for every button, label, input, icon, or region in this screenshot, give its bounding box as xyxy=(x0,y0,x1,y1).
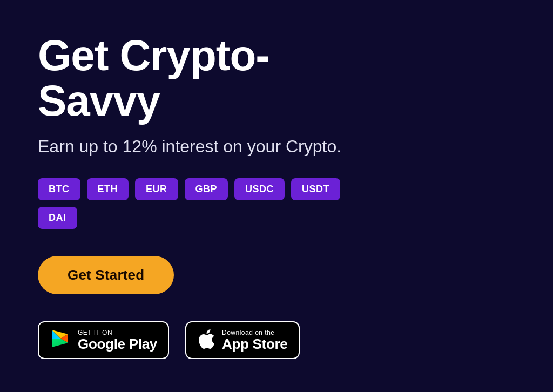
google-play-button[interactable]: GET IT ON Google Play xyxy=(38,321,169,360)
tag-eur[interactable]: EUR xyxy=(135,178,178,200)
app-store-button[interactable]: Download on the App Store xyxy=(185,321,300,360)
tag-btc[interactable]: BTC xyxy=(38,178,80,200)
tag-gbp[interactable]: GBP xyxy=(185,178,228,200)
app-store-small-text: Download on the xyxy=(222,329,288,336)
tag-dai[interactable]: DAI xyxy=(38,207,77,229)
tags-row: BTC ETH EUR GBP USDC USDT DAI xyxy=(38,178,367,229)
google-play-small-text: GET IT ON xyxy=(78,329,157,336)
tag-usdc[interactable]: USDC xyxy=(234,178,285,200)
app-store-text: Download on the App Store xyxy=(222,329,288,352)
google-play-text: GET IT ON Google Play xyxy=(78,329,157,352)
apple-icon xyxy=(197,329,214,352)
main-container: Get Crypto-Savvy Earn up to 12% interest… xyxy=(0,1,405,392)
google-play-icon xyxy=(50,329,70,352)
tag-eth[interactable]: ETH xyxy=(87,178,129,200)
subheadline: Earn up to 12% interest on your Crypto. xyxy=(38,137,367,157)
google-play-big-text: Google Play xyxy=(78,336,157,352)
app-store-big-text: App Store xyxy=(222,336,288,352)
store-buttons-row: GET IT ON Google Play Download on the Ap… xyxy=(38,321,367,360)
headline: Get Crypto-Savvy xyxy=(38,33,367,124)
tag-usdt[interactable]: USDT xyxy=(291,178,340,200)
get-started-button[interactable]: Get Started xyxy=(38,256,174,294)
